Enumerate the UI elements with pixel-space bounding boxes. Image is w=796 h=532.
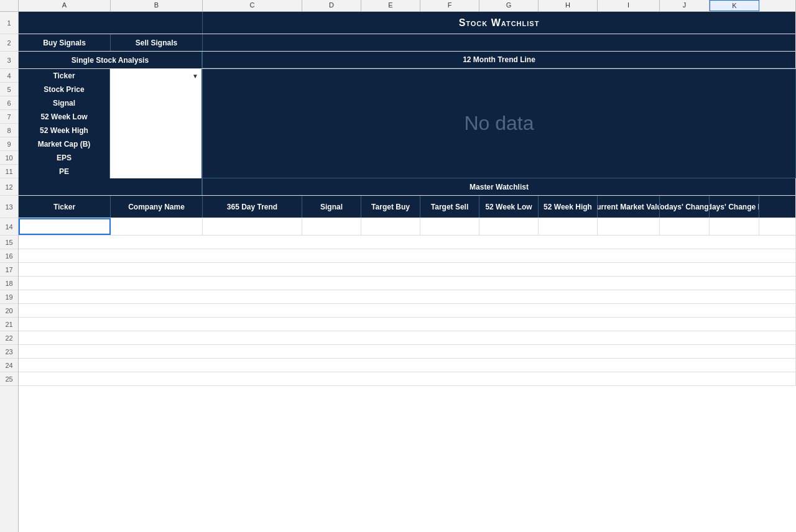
corner-cell (0, 0, 19, 11)
row-8: 52 Week High (19, 124, 201, 137)
row-16 (19, 249, 796, 263)
cell-2-sell-signals: Sell Signals (111, 34, 203, 51)
row-2: Buy Signals Sell Signals (19, 34, 796, 52)
cell-14-target-sell[interactable] (420, 218, 479, 235)
row-5: Stock Price (19, 83, 201, 96)
col-header-j[interactable]: J (660, 0, 710, 11)
row-12: Master Watchlist (19, 178, 796, 196)
cell-3-single-stock: Single Stock Analysis (19, 52, 203, 68)
row-14 (19, 218, 796, 236)
row-num-25: 25 (0, 372, 18, 386)
col-header-c[interactable]: C (203, 0, 302, 11)
cell-4-ticker-input[interactable]: ▼ (110, 69, 201, 83)
cell-14-ticker[interactable] (19, 218, 111, 235)
row-num-12: 12 (0, 178, 18, 196)
row-3: Single Stock Analysis 12 Month Trend Lin… (19, 52, 796, 69)
row-num-20: 20 (0, 304, 18, 318)
cell-5-stock-price-input[interactable] (110, 83, 201, 96)
row-7: 52 Week Low (19, 110, 201, 124)
cell-14-signal[interactable] (302, 218, 361, 235)
no-data-label: No data (464, 112, 534, 135)
cell-7-52wklow-label: 52 Week Low (19, 110, 110, 124)
header-ticker: Ticker (19, 196, 111, 218)
col-header-rest (759, 0, 796, 11)
header-todays-change: Todays' Change (660, 196, 710, 218)
cell-10-eps-input[interactable] (110, 151, 201, 165)
cell-8-52wkhigh-label: 52 Week High (19, 124, 110, 137)
row-10: EPS (19, 151, 201, 165)
header-company-name: Company Name (111, 196, 203, 218)
cell-2-rest (203, 34, 796, 51)
col-header-k[interactable]: K (710, 0, 759, 11)
row-25 (19, 372, 796, 386)
cell-14-target-buy[interactable] (361, 218, 420, 235)
sheet-grid: Stock Watchlist Buy Signals Sell Signals (19, 12, 796, 386)
row-num-7: 7 (0, 110, 18, 124)
row-17 (19, 263, 796, 277)
rows-4-11-container: Ticker ▼ Stock Price (19, 69, 796, 178)
row-num-18: 18 (0, 277, 18, 290)
row-num-4: 4 (0, 69, 18, 83)
cell-14-change[interactable] (660, 218, 710, 235)
cell-14-trend[interactable] (203, 218, 302, 235)
cell-14-52wk-high[interactable] (539, 218, 598, 235)
cell-6-signal-input[interactable] (110, 96, 201, 110)
header-52wk-high: 52 Week High (539, 196, 598, 218)
row-11: PE (19, 165, 201, 178)
cell-11-pe-label: PE (19, 165, 110, 178)
row-22 (19, 331, 796, 345)
row-num-6: 6 (0, 96, 18, 110)
row-20 (19, 304, 796, 318)
cell-7-52wklow-input[interactable] (110, 110, 201, 124)
header-todays-change-pct: Todays' Change Pct (710, 196, 759, 218)
row-23 (19, 345, 796, 359)
cell-14-company[interactable] (111, 218, 203, 235)
row-num-11: 11 (0, 165, 18, 178)
row-6: Signal (19, 96, 201, 110)
col-header-g[interactable]: G (479, 0, 539, 11)
cell-9-mktcap-input[interactable] (110, 137, 201, 151)
header-rest (759, 196, 796, 218)
col-header-i[interactable]: I (598, 0, 660, 11)
col-header-f[interactable]: F (420, 0, 479, 11)
cell-3-trend-line: 12 Month Trend Line (203, 52, 796, 68)
sheet-content: Stock Watchlist Buy Signals Sell Signals (19, 12, 796, 532)
chart-area: No data (203, 69, 796, 178)
row-num-3: 3 (0, 52, 18, 69)
cell-14-rest (759, 218, 796, 235)
row-num-10: 10 (0, 151, 18, 165)
left-col-rows-4-11: Ticker ▼ Stock Price (19, 69, 203, 178)
header-52wk-low: 52 Week Low (479, 196, 539, 218)
col-header-b[interactable]: B (111, 0, 203, 11)
column-headers: A B C D E F G H I J K (0, 0, 796, 12)
cell-12-master-watchlist: Master Watchlist (203, 178, 796, 195)
col-header-a[interactable]: A (19, 0, 111, 11)
cell-6-signal-label: Signal (19, 96, 110, 110)
col-header-e[interactable]: E (361, 0, 420, 11)
row-num-19: 19 (0, 290, 18, 304)
cell-9-mktcap-label: Market Cap (B) (19, 137, 110, 151)
col-header-d[interactable]: D (302, 0, 361, 11)
row-num-17: 17 (0, 263, 18, 277)
row-19 (19, 290, 796, 304)
row-num-23: 23 (0, 345, 18, 359)
cell-14-change-pct[interactable] (710, 218, 759, 235)
cell-2-buy-signals: Buy Signals (19, 34, 111, 51)
row-13: Ticker Company Name 365 Day Trend Signal… (19, 196, 796, 218)
cell-11-pe-input[interactable] (110, 165, 201, 178)
cell-10-eps-label: EPS (19, 151, 110, 165)
cell-8-52wkhigh-input[interactable] (110, 124, 201, 137)
cell-14-52wk-low[interactable] (479, 218, 539, 235)
cell-14-mkt-val[interactable] (598, 218, 660, 235)
header-target-buy: Target Buy (361, 196, 420, 218)
row-num-13: 13 (0, 196, 18, 218)
row-21 (19, 318, 796, 331)
row-num-22: 22 (0, 331, 18, 345)
dropdown-arrow-icon: ▼ (192, 73, 198, 80)
header-365-day-trend: 365 Day Trend (203, 196, 302, 218)
header-current-market-value: Current Market Value (598, 196, 660, 218)
col-header-h[interactable]: H (539, 0, 598, 11)
row-4: Ticker ▼ (19, 69, 201, 83)
cell-4-ticker-label: Ticker (19, 69, 110, 83)
spreadsheet: A B C D E F G H I J K 1 2 3 4 5 6 7 8 9 … (0, 0, 796, 532)
